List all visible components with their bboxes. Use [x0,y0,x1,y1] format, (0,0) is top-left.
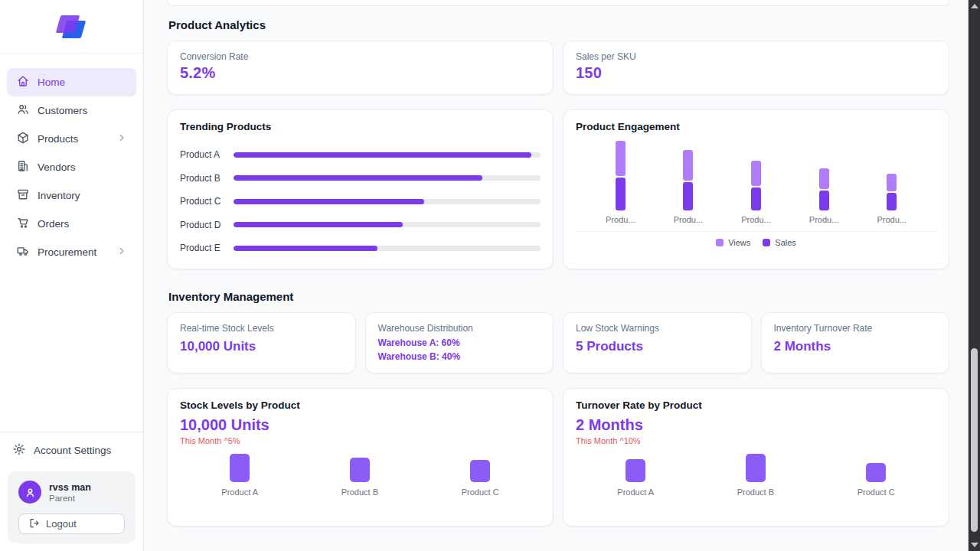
chart-title: Product Engagement [576,121,936,132]
views-bar [887,174,897,191]
products-icon [16,131,30,147]
product-bar-group: Product C [858,463,895,497]
warehouse-a-line: Warehouse A: 60% [378,337,541,349]
bar-track [234,246,541,251]
bar-track [234,175,541,181]
engagement-bar-group: Produ... [870,140,914,224]
engagement-bar-group: Produ... [733,140,778,224]
views-bar [616,141,626,176]
sidebar-nav: Home Customers Products Vendors Inventor… [0,54,143,266]
stat-label: Inventory Turnover Rate [774,323,937,334]
bar-stack [751,140,761,210]
bar-category-label: Produ... [809,215,839,224]
product-engagement-card: Product Engagement Produ...Produ...Produ… [563,109,949,269]
product-bar-group: Product C [462,460,499,497]
stat-label: Warehouse Distribution [378,323,541,334]
scrollbar-thumb[interactable] [971,348,978,532]
user-role: Parent [49,494,91,503]
trend-bar-row: Product D [180,214,541,237]
vendors-icon [16,159,30,175]
stock-change: This Month ^5% [180,436,541,445]
sales-bar [616,178,626,210]
user-name: rvss man [49,482,91,493]
sidebar-item-procurement[interactable]: Procurement [7,238,136,266]
bar-stack [683,140,693,210]
account-settings-button[interactable]: Account Settings [0,432,143,468]
sidebar-item-label: Procurement [38,246,96,258]
turnover-change: This Month ^10% [576,436,936,445]
bar-fill [234,222,403,227]
sidebar-item-label: Inventory [38,190,80,201]
sidebar-item-label: Customers [38,105,87,116]
user-icon [24,486,37,499]
inventory-stat-row: Real-time Stock Levels 10,000 Units Ware… [167,312,949,373]
stock-value: 10,000 Units [180,416,541,434]
product-bar [230,454,250,482]
sidebar-item-vendors[interactable]: Vendors [7,153,136,181]
bar-stack [819,140,829,210]
inventory-turnover-card: Inventory Turnover Rate 2 Months [761,312,950,373]
home-icon [16,74,30,90]
stat-value: 2 Months [774,339,937,354]
section-title-inventory-management: Inventory Management [168,290,948,303]
sidebar-item-orders[interactable]: Orders [7,210,136,238]
bar-stack [887,140,897,210]
bar-category-label: Product D [180,220,234,230]
product-bar-group: Product B [341,458,378,497]
chart-legend: Views Sales [576,238,936,247]
legend-item-sales: Sales [763,238,796,247]
bar-category-label: Product A [617,487,654,497]
logout-label: Logout [46,518,77,530]
views-bar [683,150,693,181]
product-bar-group: Product A [617,459,654,497]
bar-track [234,152,541,158]
stat-label: Low Stock Warnings [576,323,739,334]
turnover-rate-chart: Product AProduct BProduct C [576,456,936,497]
low-stock-warnings-card: Low Stock Warnings 5 Products [563,312,752,373]
orders-icon [16,216,30,232]
warehouse-b-line: Warehouse B: 40% [378,351,541,363]
bar-category-label: Product E [180,243,234,253]
window-scrollbar[interactable] [968,0,980,551]
account-settings-label: Account Settings [34,445,111,456]
sidebar-item-customers[interactable]: Customers [7,96,136,125]
stat-value: 5 Products [576,339,739,354]
engagement-bar-group: Produ... [598,140,642,224]
legend-label: Sales [775,238,796,247]
product-bar [746,454,766,482]
section-title-product-analytics: Product Analytics [168,18,948,31]
bar-category-label: Product A [221,487,258,497]
sidebar-item-label: Orders [38,218,69,230]
views-bar [751,161,761,186]
logout-button[interactable]: Logout [18,514,125,534]
scrollbar-down-arrow-icon[interactable] [971,543,978,547]
trend-bar-row: Product B [180,167,541,191]
stat-value: 150 [576,64,936,82]
sales-bar [683,182,693,210]
sidebar-item-inventory[interactable]: Inventory [7,181,136,210]
stat-label: Real-time Stock Levels [180,323,343,334]
legend-item-views: Views [716,238,750,247]
stat-label: Conversion Rate [180,51,541,62]
user-panel: rvss man Parent Logout [8,471,136,543]
scrollbar-up-arrow-icon[interactable] [971,4,978,8]
stock-levels-card: Stock Levels by Product 10,000 Units Thi… [167,388,554,527]
gear-icon [12,442,26,458]
product-bar [350,458,370,482]
chart-title: Turnover Rate by Product [576,399,936,411]
bar-fill [234,175,482,181]
sales-bar [887,193,897,210]
trend-bar-row: Product A [180,143,541,167]
sales-swatch-icon [763,239,770,246]
engagement-bar-group: Produ... [666,140,710,224]
bar-category-label: Produ... [741,215,771,224]
legend-label: Views [728,238,750,247]
analytics-stat-row: Conversion Rate 5.2% Sales per SKU 150 [167,41,949,95]
bar-track [234,222,541,227]
bar-track [234,199,541,204]
bar-fill [234,199,424,204]
sidebar-item-products[interactable]: Products [7,125,136,153]
product-bar [470,460,490,482]
views-bar [819,168,829,189]
sidebar-item-home[interactable]: Home [7,68,136,96]
